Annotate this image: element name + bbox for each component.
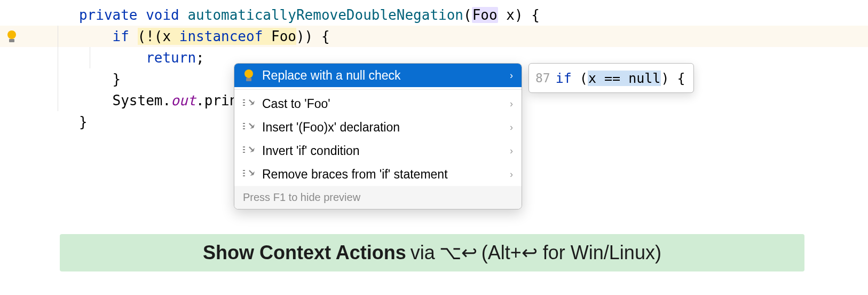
intention-popup[interactable]: Replace with a null check › Cast to 'Foo… — [234, 63, 522, 209]
punct: ) { — [661, 71, 685, 86]
code-text: } — [23, 90, 88, 154]
intention-label: Insert '(Foo)x' declaration — [262, 120, 502, 135]
chevron-right-icon: › — [510, 98, 513, 110]
type: Foo — [263, 28, 296, 44]
intention-label: Remove braces from 'if' statement — [262, 167, 502, 182]
punct: )) { — [296, 28, 330, 44]
param-name: x — [498, 7, 515, 23]
intention-item-invert[interactable]: Invert 'if' condition › — [234, 139, 522, 162]
edit-icon — [243, 121, 255, 133]
field: out — [171, 92, 196, 108]
intention-label: Replace with a null check — [262, 68, 502, 83]
popup-hint: Press F1 to hide preview — [234, 186, 522, 209]
chevron-right-icon: › — [510, 169, 513, 180]
tip-banner: Show Context Actions via ⌥↩ (Alt+↩ for W… — [60, 234, 804, 271]
intention-label: Cast to 'Foo' — [262, 97, 502, 111]
lightbulb-icon — [243, 69, 255, 81]
gutter-bulb[interactable] — [0, 30, 23, 42]
lightbulb-icon[interactable] — [6, 30, 18, 42]
tip-text: via — [411, 242, 435, 264]
brace: } — [79, 114, 88, 130]
intention-item-insert-decl[interactable]: Insert '(Foo)x' declaration › — [234, 115, 522, 139]
edit-icon — [243, 98, 255, 110]
expr: x == null — [588, 71, 661, 86]
chevron-right-icon: › — [510, 70, 513, 81]
intention-item-remove-braces[interactable]: Remove braces from 'if' statement › — [234, 162, 522, 186]
intention-item-replace-null-check[interactable]: Replace with a null check › — [234, 64, 522, 87]
intention-label: Invert 'if' condition — [262, 144, 502, 158]
tip-shortcut-mac: ⌥↩ — [439, 242, 477, 264]
edit-icon — [243, 145, 255, 157]
intention-item-cast[interactable]: Cast to 'Foo' › — [234, 92, 522, 115]
punct: ; — [196, 50, 204, 66]
param-type: Foo — [472, 7, 498, 23]
separator — [234, 89, 522, 90]
tip-text: (Alt+↩ for Win/Linux) — [482, 242, 661, 264]
line-number: 87 — [535, 71, 550, 85]
intention-preview: 87 if (x == null) { — [528, 63, 694, 93]
punct: ) { — [515, 7, 540, 23]
punct: ( — [580, 71, 588, 86]
preview-code: if (x == null) { — [556, 71, 685, 86]
edit-icon — [243, 168, 255, 180]
tip-title: Show Context Actions — [203, 242, 406, 264]
chevron-right-icon: › — [510, 145, 513, 157]
class: System. — [113, 92, 171, 108]
keyword: return — [146, 50, 196, 66]
chevron-right-icon: › — [510, 122, 513, 133]
punct: ( — [463, 7, 472, 23]
keyword: if — [556, 71, 580, 86]
